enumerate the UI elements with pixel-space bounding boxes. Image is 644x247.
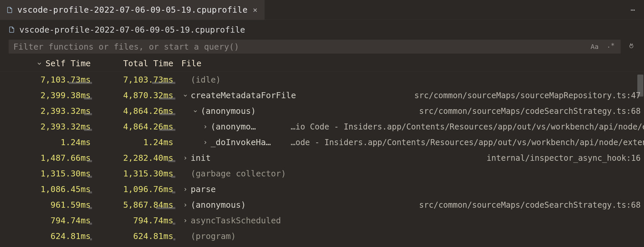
chevron-right-icon[interactable] [181, 187, 189, 192]
table-row[interactable]: 624.81ms624.81ms(program) [0, 228, 644, 244]
function-name: (program) [189, 231, 236, 241]
cell-self-time: 2,399.38ms [0, 91, 93, 100]
table-row[interactable]: 1.24ms1.24ms_doInvokeHa……ode - Insiders.… [0, 134, 644, 150]
cell-self-time: 1,487.66ms [0, 153, 93, 163]
file-icon [8, 26, 15, 33]
table-row[interactable]: 961.59ms5,867.84ms(anonymous)src/common/… [0, 197, 644, 213]
table-row[interactable]: 2,393.32ms4,864.26ms(anonymo……io Code - … [0, 119, 644, 134]
cell-function: (anonymo… [177, 122, 284, 131]
function-name: createMetadataForFile [189, 91, 296, 100]
tab-bar: vscode-profile-2022-07-06-09-05-19.cpupr… [0, 0, 644, 20]
chevron-right-icon[interactable] [201, 140, 209, 145]
chevron-down-icon [36, 61, 42, 67]
chevron-down-icon[interactable] [181, 93, 189, 98]
more-actions-icon[interactable]: ⋯ [623, 6, 644, 14]
table-row[interactable]: 2,393.32ms4,864.26ms(anonymous)src/commo… [0, 103, 644, 119]
tab-title: vscode-profile-2022-07-06-09-05-19.cpupr… [17, 5, 248, 15]
editor-tab[interactable]: vscode-profile-2022-07-06-09-05-19.cpupr… [0, 0, 265, 20]
chevron-right-icon[interactable] [181, 155, 189, 161]
cell-function: parse [177, 184, 644, 194]
cell-function: init [177, 153, 480, 163]
cell-total-time: 1,096.76ms [93, 184, 177, 194]
function-name: parse [189, 184, 216, 194]
profile-table-body: 7,103.73ms7,103.73ms(idle)2,399.38ms4,87… [0, 72, 644, 244]
match-case-toggle[interactable]: Aa [589, 41, 600, 52]
cell-total-time: 4,870.32ms [93, 91, 177, 100]
function-name: (anonymous) [199, 106, 256, 116]
chevron-right-icon[interactable] [201, 124, 209, 129]
flame-icon[interactable] [625, 41, 636, 52]
column-total-time-label: Total Time [123, 59, 173, 68]
table-row[interactable]: 1,315.30ms1,315.30ms(garbage collector) [0, 166, 644, 181]
cell-function: asyncTaskScheduled [177, 216, 644, 225]
cell-total-time: 4,864.26ms [93, 106, 177, 116]
function-name: _doInvokeHa… [209, 137, 271, 147]
cell-self-time: 794.74ms [0, 216, 93, 225]
breadcrumb[interactable]: vscode-profile-2022-07-06-09-05-19.cpupr… [0, 20, 644, 38]
chevron-down-icon[interactable] [191, 109, 199, 114]
close-icon[interactable]: ✕ [252, 6, 259, 14]
table-row[interactable]: 1,487.66ms2,282.40msinitinternal/inspect… [0, 150, 644, 166]
cell-function: (idle) [177, 75, 644, 85]
cell-file-path[interactable]: …ode - Insiders.app/Contents/Resources/a… [284, 138, 644, 147]
filter-row: Aa .* [0, 38, 644, 55]
filter-input[interactable] [9, 40, 621, 54]
cell-self-time: 1.24ms [0, 137, 93, 147]
column-self-time-label: Self Time [46, 59, 91, 68]
cell-self-time: 1,086.45ms [0, 184, 93, 194]
cell-function: (program) [177, 231, 644, 241]
function-name: (anonymo… [209, 122, 256, 131]
cell-total-time: 1.24ms [93, 137, 177, 147]
cell-total-time: 2,282.40ms [93, 153, 177, 163]
cell-function: (anonymous) [177, 200, 412, 210]
table-row[interactable]: 1,086.45ms1,096.76msparse [0, 181, 644, 197]
cell-self-time: 624.81ms [0, 231, 93, 241]
cell-self-time: 2,393.32ms [0, 122, 93, 131]
cell-file-path[interactable]: …io Code - Insiders.app/Contents/Resourc… [284, 122, 644, 131]
cell-function: createMetadataForFile [177, 91, 408, 100]
column-total-time[interactable]: Total Time [93, 59, 177, 68]
cell-total-time: 794.74ms [93, 216, 177, 225]
cell-self-time: 961.59ms [0, 200, 93, 210]
breadcrumb-title: vscode-profile-2022-07-06-09-05-19.cpupr… [19, 25, 245, 35]
regex-toggle[interactable]: .* [605, 40, 616, 51]
cell-function: _doInvokeHa… [177, 137, 284, 147]
cell-file-path[interactable]: src/common/sourceMaps/codeSearchStrategy… [412, 200, 644, 210]
table-row[interactable]: 794.74ms794.74msasyncTaskScheduled [0, 213, 644, 228]
column-file[interactable]: File [177, 59, 636, 68]
file-icon [6, 6, 13, 14]
cell-total-time: 624.81ms [93, 231, 177, 241]
cell-self-time: 1,315.30ms [0, 169, 93, 178]
column-self-time[interactable]: Self Time [0, 59, 93, 68]
cell-file-path[interactable]: internal/inspector_async_hook:16 [480, 153, 644, 163]
cell-file-path[interactable]: src/common/sourceMaps/sourceMapRepositor… [408, 91, 644, 100]
cell-self-time: 2,393.32ms [0, 106, 93, 116]
table-row[interactable]: 7,103.73ms7,103.73ms(idle) [0, 72, 644, 88]
cell-file-path[interactable]: src/common/sourceMaps/codeSearchStrategy… [412, 107, 644, 116]
scrollbar-thumb[interactable] [637, 75, 643, 97]
function-name: (garbage collector) [189, 169, 286, 178]
column-file-label: File [181, 59, 201, 68]
cell-function: (garbage collector) [177, 169, 644, 178]
cell-total-time: 4,864.26ms [93, 122, 177, 131]
column-header-row: Self Time Total Time File [0, 55, 644, 72]
function-name: init [189, 153, 211, 163]
function-name: asyncTaskScheduled [189, 216, 281, 225]
cell-self-time: 7,103.73ms [0, 75, 93, 85]
chevron-right-icon[interactable] [181, 202, 189, 208]
function-name: (anonymous) [189, 200, 246, 210]
chevron-right-icon[interactable] [181, 218, 189, 223]
cell-function: (anonymous) [177, 106, 412, 116]
table-row[interactable]: 2,399.38ms4,870.32mscreateMetadataForFil… [0, 88, 644, 103]
cell-total-time: 7,103.73ms [93, 75, 177, 85]
filter-controls: Aa .* [589, 41, 616, 52]
cell-total-time: 5,867.84ms [93, 200, 177, 210]
function-name: (idle) [189, 75, 221, 85]
cell-total-time: 1,315.30ms [93, 169, 177, 178]
